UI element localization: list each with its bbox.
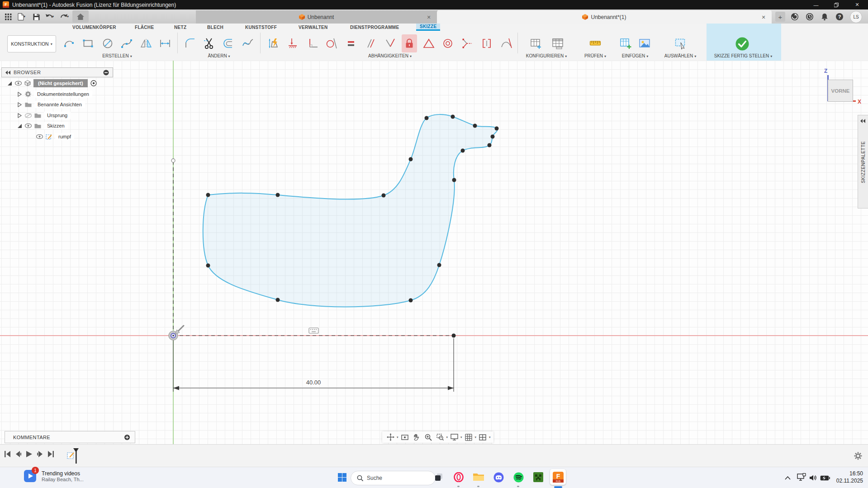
save-icon[interactable] [30,11,42,23]
symmetry-constraint[interactable] [460,34,475,52]
timeline-sketch-marker[interactable] [67,448,81,464]
configuration-grid[interactable] [550,34,565,52]
speaker-icon[interactable] [808,472,819,483]
viewports-dropdown-arrow[interactable]: ▾ [489,436,491,439]
ribbon-tab-kunststoff[interactable]: KUNSTSTOFF [242,24,280,31]
insert-table[interactable] [618,34,633,52]
browser-item-benannte-ansichten[interactable]: Benannte Ansichten [17,100,85,109]
undo-dropdown-arrow[interactable]: ▾ [52,14,54,19]
zoom-window-icon[interactable] [435,432,446,442]
offset-tool[interactable] [221,34,236,52]
grid-snap-dropdown-arrow[interactable]: ▾ [475,436,477,439]
home-button[interactable] [72,10,89,23]
discord-icon[interactable] [493,472,504,483]
group-label-skizze-fertig-stellen[interactable]: SKIZZE FERTIG STELLEN [714,53,773,58]
user-avatar[interactable]: LS [850,11,862,23]
minecraft-icon[interactable] [533,472,544,483]
notification-bell-icon[interactable] [819,11,830,23]
dimension-tool[interactable] [157,34,173,52]
ribbon-tab-flaeche[interactable]: FLÄCHE [131,24,157,31]
zoom-window-dropdown-arrow[interactable]: ▾ [446,436,448,439]
ribbon-tab-netz[interactable]: NETZ [171,24,190,31]
browser-item-skizzen[interactable]: Skizzen [17,121,68,130]
konstruktion-dropdown[interactable]: KONSTRUKTION ▾ [7,35,56,52]
configure-table[interactable] [528,34,544,52]
finish-sketch-check[interactable] [735,36,750,52]
go-to-end-icon[interactable] [48,451,54,457]
browser-header[interactable]: BROWSER [1,67,113,77]
task-view-button[interactable] [433,472,444,483]
orbit-dropdown-arrow[interactable]: ▾ [397,436,398,439]
chevron-up-icon[interactable] [782,473,793,483]
tangent-circle-constraint[interactable] [324,34,339,52]
app-grid-icon[interactable] [2,11,14,23]
ground-constraint[interactable] [285,34,301,52]
file-dropdown-arrow[interactable]: ▾ [24,14,25,19]
group-label-abhaengigkeiten[interactable]: ABHÄNGIGKEITEN [368,53,412,58]
browser-item-rumpf[interactable]: rumpf [36,132,74,141]
settings-gear-icon[interactable] [854,452,862,460]
tangent-line-constraint[interactable] [498,34,514,52]
concentric-constraint[interactable] [440,34,455,52]
taskbar-search[interactable]: Suche [351,471,436,485]
display-settings-icon[interactable] [449,432,460,442]
grid-snap-icon[interactable] [463,432,474,442]
clock-icon[interactable] [804,11,816,23]
tab-close-icon[interactable]: ✕ [760,14,767,21]
new-tab-button[interactable]: + [775,12,785,22]
cast-display-icon[interactable] [796,472,807,483]
browser-item-dokumenteinstellungen[interactable]: Dokumenteinstellungen [17,90,92,99]
restore-button[interactable] [829,0,844,9]
group-label-auswaehlen[interactable]: AUSWÄHLEN [664,53,696,58]
ribbon-tab-skizze[interactable]: SKIZZE [416,24,440,31]
dimension-value[interactable]: 40.00 [295,379,332,386]
perpendicular-constraint[interactable] [382,34,398,52]
auto-dimension-tool[interactable] [266,34,281,52]
sketch-canvas[interactable]: 40.00 BROWSER (Nicht gespeichert) Dokume… [0,61,868,444]
windows-start-button[interactable] [337,472,347,483]
group-label-erstellen[interactable]: ERSTELLEN [102,53,132,58]
battery-icon[interactable] [820,473,830,483]
document-tab-unbenannt[interactable]: Unbenannt ✕ [196,10,437,24]
browser-item-ursprung[interactable]: Ursprung [17,111,71,120]
play-icon[interactable] [26,451,32,457]
group-label-pruefen[interactable]: PRÜFEN [584,53,606,58]
curve-tool[interactable] [240,34,256,52]
rectangle-tool[interactable] [81,34,96,52]
parallel-constraint[interactable] [363,34,378,52]
extension-icon[interactable] [789,11,801,23]
triangle-constraint[interactable] [421,34,436,52]
minimize-button[interactable]: — [808,0,824,9]
group-label-einfuegen[interactable]: EINFÜGEN [622,53,649,58]
step-forward-icon[interactable] [37,451,43,457]
document-tab-unbenannt-1[interactable]: Unbenannt*(1) ✕ [437,10,772,24]
ribbon-tab-volumenkoerper[interactable]: VOLUMENKÖRPER [69,24,120,31]
widgets-button[interactable]: 1 Trending videos Railay Beach, Th... [24,470,84,482]
look-at-icon[interactable] [399,432,410,442]
browser-item-document[interactable]: (Nicht gespeichert) [7,79,97,88]
fusion-taskbar-button[interactable]: FFUS [550,469,566,485]
step-back-icon[interactable] [15,451,21,457]
redo-dropdown-arrow[interactable]: ▾ [67,14,69,19]
zoom-icon[interactable] [423,432,434,442]
viewcube-front-face[interactable]: VORNE [828,80,853,102]
trim-tool[interactable] [202,34,217,52]
visibility-eye-icon[interactable] [15,81,22,85]
pan-hand-icon[interactable] [411,432,422,442]
visibility-eye-icon[interactable] [36,134,43,139]
ribbon-tab-blech[interactable]: BLECH [204,24,227,31]
orbit-icon[interactable] [385,432,396,442]
file-explorer-icon[interactable] [473,472,484,483]
go-to-start-icon[interactable] [5,451,10,457]
visibility-off-eye-icon[interactable] [25,113,32,118]
mirror-tool[interactable] [138,34,154,52]
tab-close-icon[interactable]: ✕ [425,14,432,21]
close-button[interactable]: ✕ [849,0,865,9]
insert-image[interactable] [637,34,652,52]
spline-tool[interactable] [119,34,134,52]
select-window[interactable] [673,34,688,52]
circle-tool[interactable] [100,34,115,52]
horizontal-vertical-constraint[interactable] [305,34,320,52]
tray-clock[interactable]: 16:50 02.11.2025 [836,470,863,484]
measure-tool[interactable] [588,34,603,52]
